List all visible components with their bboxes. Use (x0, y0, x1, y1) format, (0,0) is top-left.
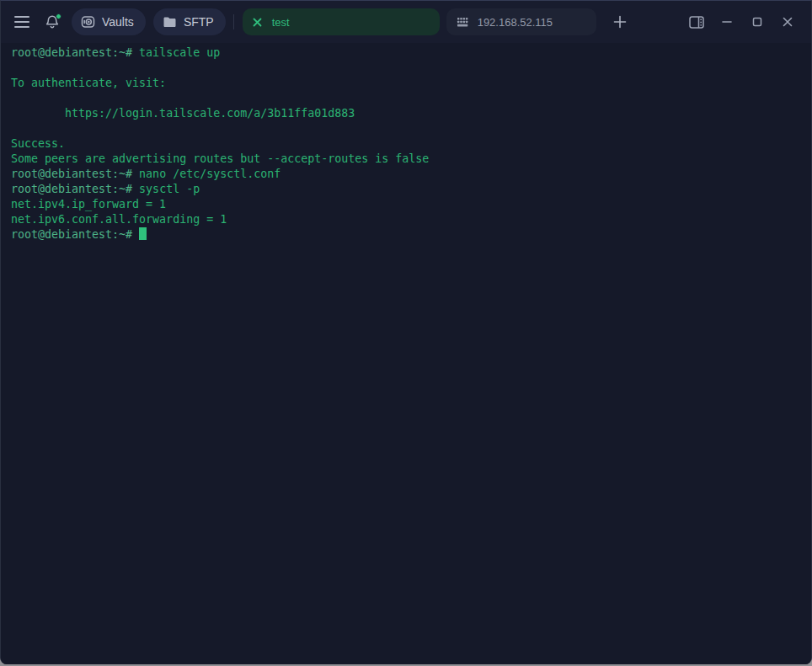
tab-bar: Vaults SFTP test 192.168.52.115 (1, 1, 811, 43)
terminal-text-output: Success. (11, 137, 65, 150)
plus-icon (613, 15, 627, 29)
new-tab-button[interactable] (608, 10, 632, 34)
terminal-line: net.ipv4.ip_forward = 1 (11, 197, 801, 212)
tab-host-label: 192.168.52.115 (478, 16, 553, 29)
terminal-line: To authenticate, visit: (11, 76, 801, 91)
terminal-text-prompt: root@debiantest:~# (11, 228, 139, 241)
tab-test[interactable]: test (243, 8, 440, 35)
terminal-line: Some peers are advertising routes but --… (11, 152, 801, 167)
terminal-line (11, 61, 801, 76)
terminal-text-command: sysctl -p (139, 183, 200, 195)
side-panel-icon (689, 16, 704, 29)
maximize-icon (751, 16, 763, 28)
tab-divider (233, 14, 234, 29)
close-icon (782, 16, 793, 28)
vaults-label: Vaults (102, 15, 134, 29)
terminal-link[interactable]: https://login.tailscale.com/a/3b11ffa01d… (65, 107, 355, 120)
terminal-text-output (11, 107, 65, 120)
terminal-text-output: Some peers are advertising routes but --… (11, 152, 429, 165)
minimize-icon (721, 16, 733, 28)
terminal-line: https://login.tailscale.com/a/3b11ffa01d… (11, 106, 801, 121)
host-grid-icon (457, 17, 469, 28)
menu-button[interactable] (10, 10, 34, 34)
vault-icon (81, 15, 95, 29)
close-button[interactable] (776, 10, 799, 34)
terminal-text-command: tailscale up (139, 46, 220, 59)
terminal-text-prompt: root@debiantest:~# (11, 168, 139, 180)
hamburger-icon (14, 16, 29, 28)
terminal-line: root@debiantest:~# (11, 227, 801, 242)
terminal-text-prompt: root@debiantest:~# (11, 183, 139, 195)
terminal-text-output: net.ipv6.conf.all.forwarding = 1 (11, 213, 227, 226)
terminal-line: net.ipv6.conf.all.forwarding = 1 (11, 212, 801, 227)
terminal-line (11, 121, 801, 136)
terminal-output[interactable]: root@debiantest:~# tailscale upTo authen… (1, 43, 811, 664)
terminal-cursor (139, 227, 147, 240)
minimize-button[interactable] (715, 10, 739, 34)
sftp-label: SFTP (184, 15, 214, 29)
toggle-panel-button[interactable] (685, 10, 708, 34)
tab-host[interactable]: 192.168.52.115 (446, 8, 596, 35)
notification-dot (56, 13, 61, 19)
folder-icon (163, 16, 177, 29)
terminal-text-command: nano /etc/sysctl.conf (139, 168, 280, 180)
maximize-button[interactable] (745, 10, 769, 34)
terminal-line: Success. (11, 136, 801, 152)
sftp-button[interactable]: SFTP (153, 8, 226, 35)
vaults-button[interactable]: Vaults (72, 8, 146, 35)
terminal-text-prompt: root@debiantest:~# (11, 46, 139, 59)
window-controls (685, 10, 799, 34)
terminal-line: root@debiantest:~# nano /etc/sysctl.conf (11, 167, 801, 182)
terminal-line (11, 91, 801, 106)
app-window: Vaults SFTP test 192.168.52.115 (0, 0, 812, 664)
terminal-text-output: To authenticate, visit: (11, 77, 166, 89)
terminal-text-output: net.ipv4.ip_forward = 1 (11, 198, 166, 210)
notifications-button[interactable] (40, 10, 64, 34)
terminal-line: root@debiantest:~# sysctl -p (11, 182, 801, 197)
terminal-line: root@debiantest:~# tailscale up (11, 45, 801, 61)
tab-test-label: test (272, 16, 290, 29)
close-tab-icon[interactable] (253, 18, 262, 27)
